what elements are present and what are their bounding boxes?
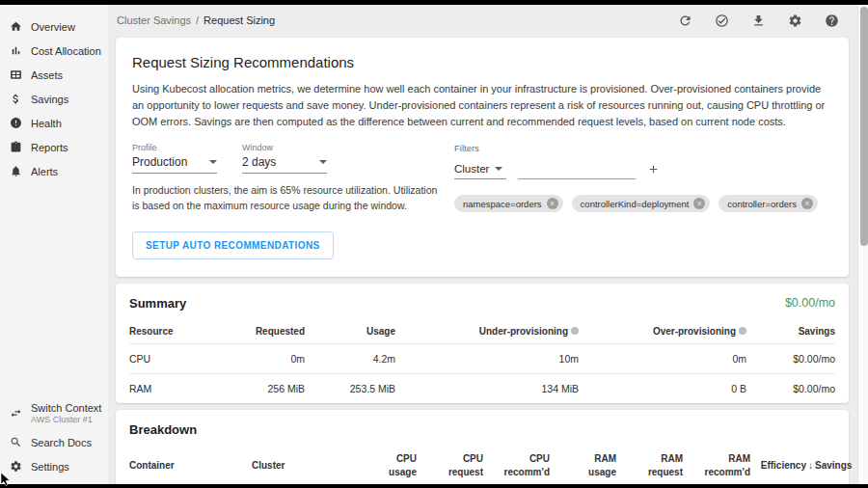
refresh-icon[interactable] — [678, 14, 692, 28]
chip-close-icon[interactable]: × — [801, 198, 813, 209]
sidebar: Overview Cost Allocation Assets Savings … — [0, 5, 108, 484]
column-header: Over-provisioning — [653, 326, 736, 337]
sidebar-item-reports[interactable]: Reports — [0, 135, 108, 159]
download-icon[interactable] — [751, 14, 766, 28]
breakdown-title: Breakdown — [129, 422, 835, 437]
summary-title: Summary — [129, 296, 186, 311]
info-icon[interactable] — [571, 327, 579, 335]
add-filter-button[interactable] — [647, 162, 660, 179]
column-header[interactable]: RAM usage — [568, 452, 616, 480]
filter-property-value: Cluster — [454, 163, 489, 175]
mouse-cursor — [0, 473, 12, 486]
filter-chip[interactable]: controllerKind=deployment × — [572, 195, 711, 212]
topbar: Cluster Savings / Request Sizing — [108, 5, 868, 36]
filter-value-input[interactable] — [518, 163, 636, 179]
sidebar-item-settings[interactable]: Settings — [0, 454, 108, 478]
chip-close-icon[interactable]: × — [693, 198, 705, 209]
home-icon — [10, 20, 22, 33]
column-header: Usage — [305, 326, 395, 337]
column-header: Resource — [129, 326, 216, 337]
column-header[interactable]: CPU recomm'd — [502, 452, 550, 480]
filters-panel: Filters Cluster — [443, 143, 832, 259]
column-header[interactable]: RAM recomm'd — [702, 452, 750, 480]
sidebar-item-overview[interactable]: Overview — [0, 14, 108, 39]
window-select[interactable]: Window 2 days — [242, 143, 327, 174]
under-provisioning-cell: 10m — [395, 353, 579, 365]
sidebar-item-label: Settings — [31, 461, 69, 473]
scrollbar-thumb[interactable] — [860, 7, 868, 246]
sidebar-item-assets[interactable]: Assets — [0, 63, 108, 87]
profile-select-value: Production — [132, 155, 187, 169]
window-select-label: Window — [242, 143, 327, 152]
filters-label: Filters — [454, 143, 832, 153]
column-header[interactable]: Cluster — [252, 459, 350, 474]
savings-cell: $0.00/mo — [746, 383, 835, 394]
column-header[interactable]: Efficiency — [752, 459, 806, 474]
column-header[interactable]: CPU usage — [368, 452, 417, 480]
sidebar-item-label: Savings — [31, 94, 68, 105]
breadcrumb: Cluster Savings / Request Sizing — [117, 14, 275, 26]
sidebar-spacer — [0, 183, 108, 396]
sidebar-item-switch-context[interactable]: Switch Context AWS Cluster #1 — [0, 396, 108, 430]
swap-arrows-icon — [10, 407, 22, 420]
profile-select-label: Profile — [132, 143, 217, 152]
usage-cell: 253.5 MiB — [305, 383, 395, 394]
gear-icon[interactable] — [788, 14, 802, 28]
resource-cell: CPU — [129, 353, 216, 365]
chip-close-icon[interactable]: × — [547, 198, 558, 209]
gear-icon — [10, 460, 22, 473]
help-icon[interactable] — [825, 14, 839, 28]
resource-cell: RAM — [129, 383, 216, 394]
breadcrumb-separator: / — [196, 14, 199, 26]
controls: Profile Production Window 2 days — [132, 143, 832, 259]
column-header: Under-provisioning — [479, 326, 568, 337]
sidebar-item-label: Alerts — [31, 166, 58, 177]
breadcrumb-parent[interactable]: Cluster Savings — [117, 14, 191, 26]
chevron-down-icon — [209, 160, 217, 164]
breakdown-card: Breakdown Container Cluster CPU usage CP… — [116, 410, 849, 484]
sidebar-item-label: Reports — [31, 142, 68, 153]
sidebar-item-health[interactable]: Health — [0, 111, 108, 135]
under-provisioning-cell: 134 MiB — [395, 383, 579, 394]
filter-chip-label: controllerKind=deployment — [581, 199, 690, 209]
sort-descending-icon[interactable]: ↓ — [808, 460, 813, 471]
over-provisioning-cell: 0 B — [579, 383, 746, 394]
column-header[interactable]: Savings — [815, 460, 852, 471]
sidebar-item-cost-allocation[interactable]: Cost Allocation — [0, 39, 108, 63]
recommendations-card: Request Sizing Recommendations Using Kub… — [116, 38, 849, 277]
over-provisioning-cell: 0m — [579, 353, 746, 365]
profile-select[interactable]: Profile Production — [132, 143, 217, 174]
sidebar-item-alerts[interactable]: Alerts — [0, 159, 108, 183]
chevron-down-icon — [319, 160, 327, 164]
column-header: Savings — [746, 326, 835, 337]
setup-auto-recommendations-button[interactable]: SETUP AUTO RECOMMENDATIONS — [132, 231, 334, 259]
filter-chip[interactable]: controller=orders × — [719, 195, 818, 212]
app-window: Overview Cost Allocation Assets Savings … — [0, 5, 868, 484]
info-icon[interactable] — [739, 327, 746, 335]
table-row[interactable]: CPU 0m 4.2m 10m 0m $0.00/mo — [129, 343, 835, 373]
sidebar-item-search-docs[interactable]: Search Docs — [0, 430, 108, 454]
table-row[interactable]: RAM 256 MiB 253.5 MiB 134 MiB 0 B $0.00/… — [129, 373, 835, 403]
profile-window-controls: Profile Production Window 2 days — [132, 143, 443, 259]
requested-cell: 0m — [216, 353, 305, 365]
check-circle-icon[interactable] — [715, 14, 729, 28]
column-header[interactable]: CPU request — [435, 452, 483, 480]
scrollbar[interactable] — [857, 5, 868, 484]
chevron-down-icon — [495, 167, 502, 171]
bar-chart-icon — [10, 44, 22, 57]
filter-property-select[interactable]: Cluster — [454, 163, 506, 179]
clipboard-icon — [10, 141, 22, 153]
column-header[interactable]: RAM request — [635, 452, 683, 480]
column-header: Requested — [216, 326, 305, 337]
breadcrumb-current: Request Sizing — [203, 14, 275, 26]
health-icon — [10, 117, 22, 129]
requested-cell: 256 MiB — [216, 383, 305, 394]
column-header[interactable]: Container — [129, 459, 250, 474]
sidebar-item-savings[interactable]: Savings — [0, 87, 108, 111]
sidebar-item-label: Search Docs — [31, 437, 92, 448]
sidebar-item-label: Assets — [31, 69, 63, 81]
filter-chip[interactable]: namespace=orders × — [454, 195, 563, 212]
profile-helper-text: In production clusters, the aim is 65% r… — [132, 183, 443, 214]
page-description: Using Kubecost allocation metrics, we de… — [132, 81, 832, 130]
filter-chip-label: controller=orders — [727, 199, 797, 209]
